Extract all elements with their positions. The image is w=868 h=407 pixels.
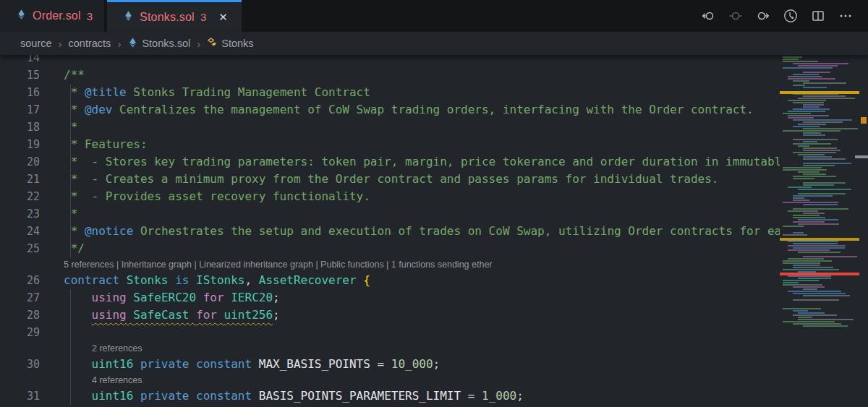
- split-editor-icon[interactable]: [810, 8, 826, 24]
- code-line-14: 14: [0, 55, 780, 67]
- tab-order-sol[interactable]: Order.sol 3: [0, 0, 104, 32]
- code-line-content[interactable]: /**: [45, 67, 780, 84]
- minimap-line: [783, 137, 856, 138]
- code-line-content[interactable]: * @title Stonks Trading Management Contr…: [45, 84, 780, 101]
- minimap-line: [783, 193, 856, 194]
- code-line-content[interactable]: uint16 private constant BASIS_POINTS_PAR…: [45, 387, 780, 405]
- minimap-line: [783, 184, 856, 186]
- minimap-highlight-band: [780, 273, 859, 275]
- minimap-line: [783, 254, 856, 255]
- minimap-line: [783, 178, 856, 179]
- breadcrumb-item-source[interactable]: source: [20, 38, 52, 49]
- code-line-15: 15/**: [0, 67, 780, 84]
- minimap-line: [783, 167, 856, 168]
- code-line-content[interactable]: * - Stores key trading parameters: token…: [45, 153, 780, 171]
- code-line-content[interactable]: [45, 324, 780, 341]
- minimap-line: [783, 115, 856, 116]
- last-edit-location-icon: [728, 8, 744, 24]
- code-line-content[interactable]: * - Creates a minimum proxy from the Ord…: [45, 171, 780, 188]
- minimap-line: [783, 278, 856, 279]
- line-number: 22: [0, 188, 45, 205]
- code-line-content[interactable]: using SafeCast for uint256;: [45, 307, 780, 324]
- minimap-line: [783, 217, 856, 218]
- minimap-line: [783, 191, 856, 192]
- line-number: 26: [0, 272, 45, 289]
- line-number: 19: [0, 136, 45, 153]
- minimap-line: [783, 241, 856, 242]
- minimap-line: [783, 327, 856, 329]
- minimap-line: [783, 245, 856, 247]
- code-line-content[interactable]: * Features:: [45, 136, 780, 153]
- minimap-line: [783, 173, 856, 175]
- line-number: 24: [0, 223, 45, 240]
- minimap-line: [783, 89, 856, 90]
- minimap-highlight-band: [780, 91, 859, 94]
- code-line-content[interactable]: */: [45, 240, 780, 257]
- minimap-line: [783, 215, 856, 216]
- minimap[interactable]: [780, 55, 868, 407]
- ethereum-file-icon: [16, 9, 27, 23]
- code-line-content[interactable]: [45, 55, 780, 67]
- more-actions-icon[interactable]: [838, 8, 854, 24]
- breadcrumb-item-contracts[interactable]: contracts: [69, 38, 111, 49]
- editor-tab-bar: Order.sol 3 Stonks.sol 3 ✕: [0, 0, 868, 32]
- run-or-debug-icon[interactable]: [783, 8, 799, 24]
- minimap-line: [783, 95, 856, 97]
- minimap-line: [783, 98, 856, 99]
- minimap-line: [783, 80, 856, 82]
- minimap-line: [783, 226, 856, 227]
- codelens-row[interactable]: 5 references | Inheritance graph | Linea…: [45, 257, 493, 272]
- tab-bar-spacer: [244, 0, 700, 32]
- codelens-row[interactable]: 2 references: [45, 341, 142, 356]
- code-line-content[interactable]: contract Stonks is IStonks, AssetRecover…: [45, 272, 780, 289]
- line-number: 21: [0, 171, 45, 188]
- minimap-line: [783, 314, 856, 316]
- line-number: 20: [0, 153, 45, 171]
- code-line-content[interactable]: * @notice Orchestrates the setup and exe…: [45, 223, 780, 240]
- minimap-line: [783, 119, 856, 121]
- minimap-line: [783, 230, 856, 231]
- minimap-line: [783, 228, 856, 229]
- breadcrumb-item-stonks[interactable]: Stonks: [207, 37, 253, 50]
- minimap-line: [783, 247, 856, 249]
- code-line-18: 18 *: [0, 119, 780, 136]
- minimap-line: [783, 85, 856, 86]
- minimap-line: [783, 59, 856, 60]
- minimap-line: [783, 325, 856, 327]
- code-line-25: 25 */: [0, 240, 780, 257]
- code-line-content[interactable]: * @dev Centralizes the management of CoW…: [45, 101, 780, 119]
- code-line-content[interactable]: uint16 private constant MAX_BASIS_POINTS…: [45, 356, 780, 373]
- minimap-line: [783, 132, 856, 134]
- minimap-line: [783, 65, 856, 67]
- code-line-content[interactable]: using SafeERC20 for IERC20;: [45, 289, 780, 307]
- navigate-forward-icon[interactable]: [755, 8, 771, 24]
- breadcrumb-item-stonks-sol[interactable]: Stonks.sol: [127, 37, 190, 51]
- minimap-line: [783, 111, 856, 112]
- minimap-line: [783, 323, 856, 325]
- minimap-line: [783, 293, 856, 294]
- navigate-back-icon[interactable]: [700, 8, 716, 24]
- minimap-line: [783, 56, 856, 58]
- minimap-line: [783, 106, 856, 108]
- code-line-content[interactable]: *: [45, 205, 780, 223]
- tab-problems-badge: 3: [87, 10, 93, 22]
- indent-guide: [70, 289, 71, 405]
- minimap-line: [783, 321, 856, 322]
- minimap-line: [783, 176, 856, 177]
- minimap-line: [783, 288, 856, 290]
- code-editor[interactable]: 1415/**16 * @title Stonks Trading Manage…: [0, 55, 780, 407]
- tab-close-button[interactable]: ✕: [216, 10, 230, 24]
- code-line-content[interactable]: *: [45, 119, 780, 136]
- code-line-content[interactable]: * - Provides asset recovery functionalit…: [45, 188, 780, 205]
- tab-stonks-sol[interactable]: Stonks.sol 3 ✕: [107, 0, 242, 32]
- code-line-30: 30 uint16 private constant MAX_BASIS_POI…: [0, 356, 780, 373]
- minimap-line: [783, 169, 856, 171]
- minimap-line: [783, 165, 856, 166]
- codelens-row[interactable]: 4 references: [45, 373, 142, 387]
- minimap-highlight-band: [780, 238, 859, 241]
- minimap-line: [783, 117, 856, 119]
- editor-group: 1415/**16 * @title Stonks Trading Manage…: [0, 55, 868, 407]
- minimap-line: [783, 206, 856, 207]
- overview-ruler-marker: [855, 155, 868, 158]
- minimap-line: [783, 297, 856, 299]
